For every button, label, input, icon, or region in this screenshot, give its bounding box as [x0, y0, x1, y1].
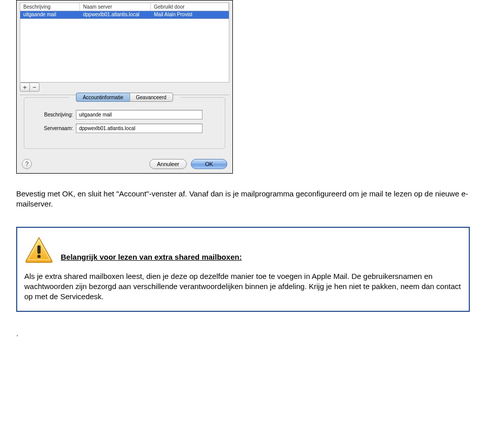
row-description: Beschrijving: — [29, 110, 220, 119]
add-server-button[interactable]: + — [20, 83, 30, 92]
smtp-servers-dialog: Beschrijving Naam server Gebruikt door u… — [16, 0, 233, 174]
dialog-footer: ? Annuleer OK — [17, 156, 232, 173]
tab-account-info[interactable]: Accountinformatie — [76, 93, 129, 102]
table-header-row: Beschrijving Naam server Gebruikt door — [20, 3, 229, 11]
col-header-used-by[interactable]: Gebruikt door — [151, 3, 229, 11]
cell-description: uitgaande mail — [20, 11, 80, 19]
label-description: Beschrijving: — [29, 112, 73, 117]
warning-title: Belangrijk voor lezen van extra shared m… — [61, 253, 242, 263]
row-servername: Servernaam: — [29, 124, 220, 133]
cancel-button[interactable]: Annuleer — [149, 159, 187, 169]
svg-rect-0 — [37, 245, 40, 253]
ok-button[interactable]: OK — [191, 159, 227, 169]
svg-point-1 — [37, 255, 41, 258]
input-servername[interactable] — [76, 124, 202, 133]
warning-body: Als je extra shared mailboxen leest, die… — [24, 271, 462, 302]
remove-server-button[interactable]: − — [29, 83, 39, 92]
server-table: Beschrijving Naam server Gebruikt door u… — [20, 3, 229, 83]
col-header-description[interactable]: Beschrijving — [20, 3, 80, 11]
col-header-server[interactable]: Naam server — [80, 3, 151, 11]
warning-icon — [24, 236, 54, 263]
tab-bar: Accountinformatie Geavanceerd — [24, 93, 225, 102]
help-icon[interactable]: ? — [22, 159, 32, 169]
account-form: Accountinformatie Geavanceerd Beschrijvi… — [24, 97, 225, 149]
cell-server: dppwexlb01.atlantis.local — [80, 11, 151, 19]
details-panel: Accountinformatie Geavanceerd Beschrijvi… — [20, 95, 229, 149]
input-description[interactable] — [76, 110, 202, 119]
warning-callout: Belangrijk voor lezen van extra shared m… — [16, 227, 470, 312]
instruction-paragraph: Bevestig met OK, en sluit het "Account"-… — [16, 189, 470, 210]
label-servername: Servernaam: — [29, 126, 73, 131]
trailing-dot: . — [16, 329, 470, 338]
cell-used-by: Mail Alain Provist — [151, 11, 229, 19]
table-row[interactable]: uitgaande mail dppwexlb01.atlantis.local… — [20, 11, 229, 19]
tab-advanced[interactable]: Geavanceerd — [130, 93, 173, 102]
add-remove-bar: + − — [20, 83, 229, 92]
